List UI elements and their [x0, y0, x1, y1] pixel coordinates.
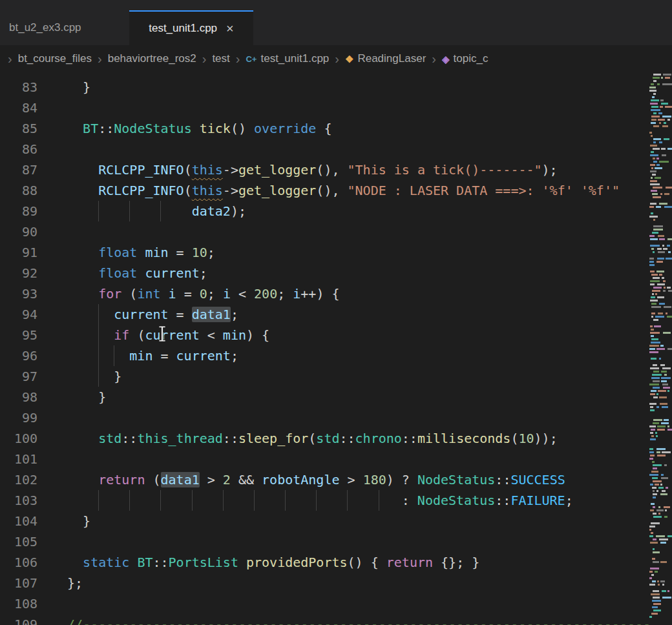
code-text[interactable]: return (data1 > 2 && robotAngle > 180) ?… [67, 469, 672, 490]
code-line[interactable]: 88 RCLCPP_INFO(this->get_logger(), "NODE… [0, 180, 672, 201]
breadcrumb-label: bt_course_files [18, 52, 92, 65]
indent-guide [114, 345, 114, 366]
code-text[interactable]: float current; [67, 263, 672, 283]
line-number[interactable]: 104 [0, 511, 37, 531]
tab-bar: bt_u2_ex3.cpp test_unit1.cpp × [0, 0, 672, 45]
code-text[interactable]: } [67, 366, 672, 387]
breadcrumb-item-bt-course-files[interactable]: bt_course_files [18, 52, 92, 65]
close-tab-icon[interactable]: × [226, 22, 234, 35]
line-number[interactable]: 101 [0, 449, 37, 469]
code-line[interactable]: 99 [0, 407, 672, 428]
indent-guide [129, 490, 130, 511]
line-number[interactable]: 96 [0, 345, 37, 366]
code-line[interactable]: 97 } [0, 366, 672, 387]
code-line[interactable]: 95 if (current < min) { [0, 325, 672, 345]
code-line[interactable]: 107}; [0, 573, 672, 593]
code-text[interactable] [67, 593, 672, 614]
line-number[interactable]: 99 [0, 407, 37, 428]
indent-guide [254, 490, 255, 511]
breadcrumb-item-test-unit1-cpp[interactable]: C+test_unit1.cpp [246, 52, 329, 65]
code-text[interactable] [67, 449, 672, 469]
line-number[interactable]: 103 [0, 490, 37, 511]
code-line[interactable]: 87 RCLCPP_INFO(this->get_logger(), "This… [0, 159, 672, 180]
code-line[interactable]: 89 data2); [0, 201, 672, 221]
line-number[interactable]: 98 [0, 387, 37, 407]
line-number[interactable]: 83 [0, 77, 37, 97]
code-line[interactable]: 104 } [0, 511, 672, 531]
line-number[interactable]: 87 [0, 159, 37, 180]
code-text[interactable]: : NodeStatus::FAILURE; [67, 490, 672, 511]
code-line[interactable]: 83 } [0, 77, 672, 97]
line-number[interactable]: 97 [0, 366, 37, 387]
line-number[interactable]: 89 [0, 201, 37, 221]
code-text[interactable]: for (int i = 0; i < 200; i++) { [67, 283, 672, 304]
line-number[interactable]: 84 [0, 97, 37, 118]
breadcrumb-item-test[interactable]: test [212, 52, 229, 65]
line-number[interactable]: 105 [0, 531, 37, 552]
code-text[interactable] [67, 407, 672, 428]
code-text[interactable]: } [67, 77, 672, 97]
breadcrumb-label: topic_c [454, 52, 488, 65]
code-line[interactable]: 85 BT::NodeStatus tick() override { [0, 118, 672, 139]
line-number[interactable]: 85 [0, 118, 37, 139]
code-line[interactable]: 98 } [0, 387, 672, 407]
code-text[interactable]: } [67, 511, 672, 531]
tab-test-unit1[interactable]: test_unit1.cpp × [129, 10, 253, 45]
line-number[interactable]: 108 [0, 593, 37, 614]
code-text[interactable]: RCLCPP_INFO(this->get_logger(), "NODE : … [67, 180, 672, 201]
code-text[interactable]: } [67, 387, 672, 407]
line-number[interactable]: 107 [0, 573, 37, 593]
code-line[interactable]: 106 static BT::PortsList providedPorts()… [0, 552, 672, 573]
code-line[interactable]: 86 [0, 139, 672, 159]
line-number[interactable]: 95 [0, 325, 37, 345]
line-number[interactable]: 106 [0, 552, 37, 573]
code-line[interactable]: 100 std::this_thread::sleep_for(std::chr… [0, 428, 672, 449]
breadcrumb-item-behaviortree-ros2[interactable]: behaviortree_ros2 [108, 52, 196, 65]
code-line[interactable]: 84 [0, 97, 672, 118]
code-line[interactable]: 102 return (data1 > 2 && robotAngle > 18… [0, 469, 672, 490]
code-text[interactable]: min = current; [67, 345, 672, 366]
line-number[interactable]: 86 [0, 139, 37, 159]
line-number[interactable]: 100 [0, 428, 37, 449]
tab-bt-u2-ex3[interactable]: bt_u2_ex3.cpp [0, 10, 129, 45]
code-text[interactable]: data2); [67, 201, 672, 221]
code-text[interactable] [67, 139, 672, 159]
code-text[interactable] [67, 531, 672, 552]
code-line[interactable]: 101 [0, 449, 672, 469]
code-text[interactable] [67, 221, 672, 242]
indent-guide [160, 490, 161, 511]
code-text[interactable]: float min = 10; [67, 242, 672, 263]
line-number[interactable]: 88 [0, 180, 37, 201]
code-line[interactable]: 109//-----------------------------------… [0, 614, 672, 625]
code-text[interactable]: std::this_thread::sleep_for(std::chrono:… [67, 428, 672, 449]
code-line[interactable]: 96 min = current; [0, 345, 672, 366]
code-text[interactable]: current = data1; [67, 304, 672, 325]
indent-guide [129, 201, 130, 221]
minimap[interactable] [649, 72, 672, 625]
code-text[interactable]: RCLCPP_INFO(this->get_logger(), "This is… [67, 159, 672, 180]
breadcrumb-item-topic-c[interactable]: ◈topic_c [442, 52, 488, 65]
breadcrumb-item-readinglaser[interactable]: ❖ReadingLaser [345, 52, 426, 65]
code-line[interactable]: 91 float min = 10; [0, 242, 672, 263]
line-number[interactable]: 91 [0, 242, 37, 263]
code-line[interactable]: 90 [0, 221, 672, 242]
breadcrumb-label: test [212, 52, 229, 65]
code-line[interactable]: 93 for (int i = 0; i < 200; i++) { [0, 283, 672, 304]
code-line[interactable]: 103 : NodeStatus::FAILURE; [0, 490, 672, 511]
line-number[interactable]: 90 [0, 221, 37, 242]
line-number[interactable]: 94 [0, 304, 37, 325]
code-text[interactable] [67, 97, 672, 118]
code-line[interactable]: 105 [0, 531, 672, 552]
code-text[interactable]: }; [67, 573, 672, 593]
field-symbol-icon: ◈ [442, 54, 450, 64]
line-number[interactable]: 93 [0, 283, 37, 304]
line-number[interactable]: 92 [0, 263, 37, 283]
code-line[interactable]: 94 current = data1; [0, 304, 672, 325]
code-line[interactable]: 92 float current; [0, 263, 672, 283]
code-text[interactable]: BT::NodeStatus tick() override { [67, 118, 672, 139]
line-number[interactable]: 109 [0, 614, 37, 625]
code-line[interactable]: 108 [0, 593, 672, 614]
code-text[interactable]: //--------------------------------------… [67, 614, 672, 625]
code-text[interactable]: static BT::PortsList providedPorts() { r… [67, 552, 672, 573]
line-number[interactable]: 102 [0, 469, 37, 490]
